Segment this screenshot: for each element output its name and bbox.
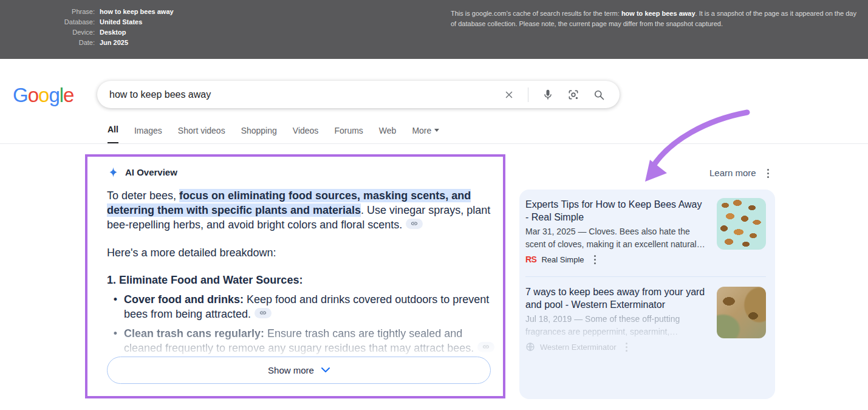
logo-letter: g	[49, 84, 59, 106]
source-link-chip[interactable]	[255, 308, 272, 318]
header-divider	[0, 143, 868, 144]
result-thumbnail-yard[interactable]	[717, 287, 766, 338]
result-card-snippet: Mar 31, 2025 — Cloves. Bees also hate th…	[525, 225, 711, 251]
list-item: • Clean trash cans regularly: Ensure tra…	[107, 326, 496, 355]
source-link-chip[interactable]	[477, 342, 494, 352]
phrase-value: how to keep bees away	[100, 8, 174, 16]
kebab-menu-icon[interactable]	[594, 255, 596, 264]
device-value: Desktop	[100, 29, 174, 36]
phrase-label: Phrase:	[61, 8, 95, 16]
result-card-snippet: Jul 18, 2019 — Some of these off-putting…	[525, 313, 711, 338]
show-more-button[interactable]: Show more	[107, 357, 491, 384]
clear-icon[interactable]	[504, 89, 514, 100]
tab-images[interactable]: Images	[134, 125, 162, 144]
tab-forums[interactable]: Forums	[334, 125, 363, 144]
ai-overview-intro: To deter bees, focus on eliminating food…	[107, 188, 491, 232]
learn-more-link[interactable]: Learn more	[709, 168, 756, 178]
tab-videos[interactable]: Videos	[293, 125, 319, 144]
source-name[interactable]: Real Simple	[541, 255, 584, 264]
logo-letter: G	[13, 84, 28, 106]
cache-notice: This is google.com's cache of search res…	[451, 9, 859, 29]
search-bar[interactable]: how to keep bees away	[97, 81, 620, 108]
sparkle-icon	[108, 166, 119, 178]
real-simple-logo: RS	[525, 255, 536, 264]
result-tabs: All Images Short videos Shopping Videos …	[108, 125, 439, 144]
microphone-icon[interactable]	[542, 89, 554, 101]
search-icon[interactable]	[593, 89, 605, 101]
chevron-down-icon	[321, 367, 330, 373]
date-label: Date:	[61, 39, 95, 47]
ai-breakdown-heading: Here's a more detailed breakdown:	[107, 245, 491, 260]
source-name[interactable]: Western Exterminator	[540, 343, 616, 352]
bullet-dot: •	[107, 326, 124, 355]
search-divider	[528, 87, 528, 102]
google-logo[interactable]: Google	[13, 84, 73, 107]
tab-more[interactable]: More	[412, 125, 439, 144]
cache-notice-term: how to keep bees away	[621, 10, 695, 17]
database-value: United States	[100, 18, 174, 26]
result-card-title[interactable]: Experts Tips for How to Keep Bees Away -…	[525, 198, 708, 224]
tab-all[interactable]: All	[108, 125, 118, 144]
list-item: • Cover food and drinks: Keep food and d…	[107, 292, 496, 321]
tab-shopping[interactable]: Shopping	[241, 125, 277, 144]
bullet-dot: •	[107, 292, 124, 321]
link-icon	[482, 343, 490, 350]
tab-web[interactable]: Web	[379, 125, 397, 144]
result-card-title[interactable]: 7 ways to keep bees away from your yard …	[525, 285, 714, 311]
result-card-source: Western Exterminator	[525, 342, 627, 352]
logo-letter: e	[63, 84, 73, 106]
ai-overview-title: AI Overview	[125, 167, 177, 177]
link-icon	[259, 309, 267, 316]
google-lens-icon[interactable]	[567, 89, 579, 101]
device-label: Device:	[61, 29, 95, 36]
kebab-menu-icon[interactable]	[626, 343, 627, 352]
database-label: Database:	[61, 18, 95, 26]
google-cache-page: Phrase: how to keep bees away Database: …	[0, 0, 868, 410]
link-icon	[411, 220, 418, 227]
globe-icon	[525, 342, 535, 352]
search-input[interactable]: how to keep bees away	[109, 89, 504, 100]
logo-letter: o	[28, 84, 38, 106]
cache-meta-fields: Phrase: how to keep bees away Database: …	[61, 8, 174, 47]
logo-letter: o	[38, 84, 49, 106]
date-value: Jun 2025	[100, 39, 174, 47]
card-divider	[525, 276, 766, 277]
ai-bullet-list: • Cover food and drinks: Keep food and d…	[107, 292, 496, 360]
source-link-chip[interactable]	[406, 219, 423, 229]
ai-section-heading: 1. Eliminate Food and Water Sources:	[107, 273, 491, 287]
chevron-down-icon	[434, 129, 439, 132]
result-card-source: RS Real Simple	[525, 255, 596, 264]
ai-overview-header: AI Overview	[108, 166, 177, 178]
cache-banner: Phrase: how to keep bees away Database: …	[0, 0, 868, 59]
kebab-menu-icon[interactable]	[767, 169, 769, 178]
tab-short-videos[interactable]: Short videos	[178, 125, 225, 144]
result-thumbnail-bees[interactable]	[717, 198, 766, 250]
